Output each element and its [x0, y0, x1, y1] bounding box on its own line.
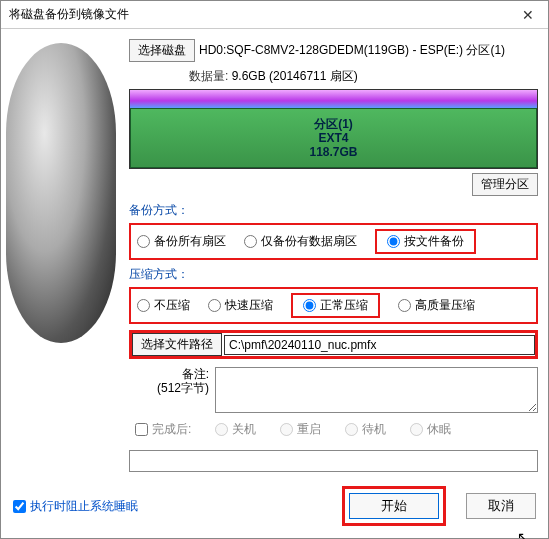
progress-bar — [129, 450, 538, 472]
disk-label: HD0:SQF-C8MV2-128GDEDM(119GB) - ESP(E:) … — [199, 42, 505, 59]
compress-mode-label: 压缩方式： — [129, 266, 538, 283]
after-opt-shutdown[interactable]: 关机 — [215, 421, 256, 438]
filepath-row: 选择文件路径 — [129, 330, 538, 359]
prevent-sleep-checkbox[interactable]: 执行时阻止系统睡眠 — [13, 498, 138, 515]
compress-opt-normal[interactable]: 正常压缩 — [303, 297, 368, 314]
partition-fs: EXT4 — [318, 131, 348, 145]
data-amount-value: 9.6GB (20146711 扇区) — [232, 69, 358, 83]
remark-label: 备注: (512字节) — [129, 367, 209, 395]
backup-opt-data[interactable]: 仅备份有数据扇区 — [244, 233, 357, 250]
compress-opt-high[interactable]: 高质量压缩 — [398, 297, 475, 314]
after-opt-standby[interactable]: 待机 — [345, 421, 386, 438]
partition-bar[interactable]: 分区(1) EXT4 118.7GB — [129, 89, 538, 169]
data-amount-label: 数据量: — [189, 69, 228, 83]
after-checkbox[interactable]: 完成后: — [135, 421, 191, 438]
after-opt-hibernate[interactable]: 休眠 — [410, 421, 451, 438]
sidebar — [1, 39, 121, 478]
backup-mode-group: 备份所有扇区 仅备份有数据扇区 按文件备份 — [129, 223, 538, 260]
after-action-group: 完成后: 关机 重启 待机 休眠 — [129, 421, 538, 438]
after-opt-restart[interactable]: 重启 — [280, 421, 321, 438]
filepath-input[interactable] — [224, 335, 535, 355]
cancel-button[interactable]: 取消 — [466, 493, 536, 519]
partition-name: 分区(1) — [314, 117, 353, 131]
partition-size: 118.7GB — [309, 145, 357, 159]
remark-input[interactable] — [215, 367, 538, 413]
titlebar: 将磁盘备份到镜像文件 ✕ — [1, 1, 548, 29]
footer: 执行时阻止系统睡眠 开始↖ 取消 — [1, 478, 548, 538]
start-button[interactable]: 开始 — [349, 493, 439, 519]
disk-art — [6, 43, 116, 343]
select-disk-button[interactable]: 选择磁盘 — [129, 39, 195, 62]
select-path-button[interactable]: 选择文件路径 — [132, 333, 222, 356]
backup-opt-file[interactable]: 按文件备份 — [387, 233, 464, 250]
backup-opt-all[interactable]: 备份所有扇区 — [137, 233, 226, 250]
window-title: 将磁盘备份到镜像文件 — [9, 6, 516, 23]
compress-opt-none[interactable]: 不压缩 — [137, 297, 190, 314]
manage-partition-button[interactable]: 管理分区 — [472, 173, 538, 196]
compress-opt-fast[interactable]: 快速压缩 — [208, 297, 273, 314]
close-icon[interactable]: ✕ — [516, 3, 540, 27]
cursor-icon: ↖ — [517, 529, 529, 539]
backup-dialog: 将磁盘备份到镜像文件 ✕ 选择磁盘 HD0:SQF-C8MV2-128GDEDM… — [0, 0, 549, 539]
backup-mode-label: 备份方式： — [129, 202, 538, 219]
compress-mode-group: 不压缩 快速压缩 正常压缩 高质量压缩 — [129, 287, 538, 324]
